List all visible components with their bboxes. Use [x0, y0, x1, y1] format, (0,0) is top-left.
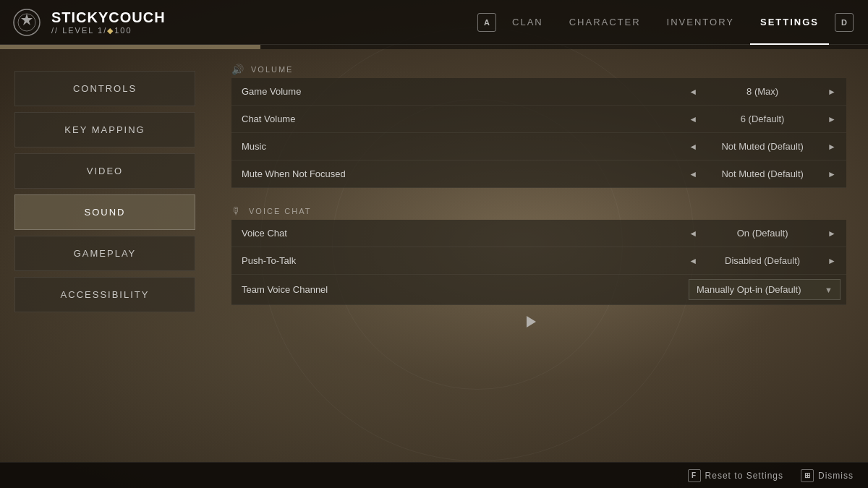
- game-volume-row: Game Volume ◄ 8 (Max) ►: [231, 78, 846, 106]
- team-voice-channel-row: Team Voice Channel Manually Opt-in (Defa…: [231, 275, 846, 305]
- chat-volume-control: ◄ 6 (Default) ►: [606, 111, 841, 127]
- sidebar-item-sound[interactable]: SOUND: [14, 194, 195, 230]
- mute-focused-left-arrow[interactable]: ◄: [684, 166, 702, 182]
- voice-chat-label: Voice Chat: [231, 220, 600, 247]
- chat-volume-value-cell: ◄ 6 (Default) ►: [600, 106, 846, 133]
- push-to-talk-row: Push-To-Talk ◄ Disabled (Default) ►: [231, 247, 846, 275]
- push-to-talk-control: ◄ Disabled (Default) ►: [606, 253, 841, 269]
- mute-focused-value-cell: ◄ Not Muted (Default) ►: [600, 160, 846, 188]
- voice-chat-section-title: VOICE CHAT: [249, 207, 311, 215]
- volume-section-header: 🔊 VOLUME: [231, 64, 846, 75]
- voice-chat-value: On (Default): [705, 228, 820, 239]
- game-volume-label: Game Volume: [231, 78, 600, 106]
- header-nav: A CLAN CHARACTER INVENTORY SETTINGS D: [477, 0, 854, 45]
- voice-chat-icon: 🎙: [231, 205, 243, 217]
- dropdown-arrow-icon: ▼: [825, 286, 833, 294]
- volume-icon: 🔊: [231, 64, 245, 75]
- voice-chat-left-arrow[interactable]: ◄: [684, 226, 702, 241]
- content-area: 🔊 VOLUME Game Volume ◄ 8 (Max) ►: [210, 49, 868, 462]
- music-value: Not Muted (Default): [705, 141, 820, 152]
- nav-inventory[interactable]: INVENTORY: [657, 0, 744, 45]
- player-info: StickyCouch // LEVEL 1/◆100: [51, 9, 166, 35]
- sidebar-item-key-mapping[interactable]: KEY MAPPING: [14, 112, 195, 147]
- main-layout: CONTROLS KEY MAPPING VIDEO SOUND GAMEPLA…: [0, 49, 868, 462]
- chat-volume-label: Chat Volume: [231, 106, 600, 133]
- mute-focused-row: Mute When Not Focused ◄ Not Muted (Defau…: [231, 160, 846, 188]
- music-label: Music: [231, 133, 600, 160]
- player-level: // LEVEL 1/◆100: [51, 26, 166, 35]
- mute-focused-label: Mute When Not Focused: [231, 160, 600, 188]
- reset-label: Reset to Settings: [705, 471, 783, 481]
- nav-settings[interactable]: SETTINGS: [750, 0, 829, 45]
- nav-character[interactable]: CHARACTER: [559, 0, 651, 45]
- chat-volume-left-arrow[interactable]: ◄: [684, 111, 702, 127]
- voice-chat-right-arrow[interactable]: ►: [823, 226, 841, 241]
- sidebar-item-controls[interactable]: CONTROLS: [14, 71, 195, 106]
- chat-volume-right-arrow[interactable]: ►: [823, 111, 841, 127]
- reset-to-settings-action: F Reset to Settings: [688, 469, 783, 482]
- game-volume-value-cell: ◄ 8 (Max) ►: [600, 78, 846, 106]
- chat-volume-value: 6 (Default): [705, 114, 820, 124]
- push-to-talk-right-arrow[interactable]: ►: [823, 253, 841, 269]
- team-voice-channel-value-cell: Manually Opt-in (Default) ▼: [600, 275, 846, 305]
- mute-focused-control: ◄ Not Muted (Default) ►: [606, 166, 841, 182]
- push-to-talk-left-arrow[interactable]: ◄: [684, 253, 702, 269]
- music-left-arrow[interactable]: ◄: [684, 139, 702, 155]
- team-voice-channel-value: Manually Opt-in (Default): [697, 284, 801, 295]
- voice-chat-section-header: 🎙 VOICE CHAT: [231, 205, 846, 217]
- volume-section-title: VOLUME: [251, 65, 293, 74]
- push-to-talk-value: Disabled (Default): [705, 255, 820, 266]
- header-left: StickyCouch // LEVEL 1/◆100: [11, 7, 166, 38]
- game-volume-left-arrow[interactable]: ◄: [684, 84, 702, 100]
- game-volume-right-arrow[interactable]: ►: [823, 84, 841, 100]
- nav-left-button[interactable]: A: [477, 13, 496, 32]
- voice-chat-settings-table: Voice Chat ◄ On (Default) ► Push-To-Talk: [231, 220, 846, 305]
- music-control: ◄ Not Muted (Default) ►: [606, 139, 841, 155]
- mute-focused-right-arrow[interactable]: ►: [823, 166, 841, 182]
- dismiss-key: ⊞: [801, 469, 814, 482]
- voice-chat-section: 🎙 VOICE CHAT Voice Chat ◄ On (Default) ►: [231, 205, 846, 305]
- voice-chat-value-cell: ◄ On (Default) ►: [600, 220, 846, 247]
- volume-section: 🔊 VOLUME Game Volume ◄ 8 (Max) ►: [231, 64, 846, 188]
- voice-chat-control: ◄ On (Default) ►: [606, 226, 841, 241]
- header: StickyCouch // LEVEL 1/◆100 A CLAN CHARA…: [0, 0, 868, 45]
- sidebar-item-video[interactable]: VIDEO: [14, 153, 195, 189]
- dismiss-action: ⊞ Dismiss: [801, 469, 854, 482]
- sidebar-item-gameplay[interactable]: GAMEPLAY: [14, 236, 195, 271]
- volume-settings-table: Game Volume ◄ 8 (Max) ► Chat Volume: [231, 78, 846, 188]
- music-value-cell: ◄ Not Muted (Default) ►: [600, 133, 846, 160]
- chat-volume-row: Chat Volume ◄ 6 (Default) ►: [231, 106, 846, 133]
- mute-focused-value: Not Muted (Default): [705, 168, 820, 179]
- sidebar: CONTROLS KEY MAPPING VIDEO SOUND GAMEPLA…: [0, 49, 210, 462]
- sidebar-item-accessibility[interactable]: ACCESSIBILITY: [14, 277, 195, 312]
- push-to-talk-value-cell: ◄ Disabled (Default) ►: [600, 247, 846, 275]
- game-volume-control: ◄ 8 (Max) ►: [606, 84, 841, 100]
- logo-icon: [11, 7, 43, 38]
- music-right-arrow[interactable]: ►: [823, 139, 841, 155]
- player-name: StickyCouch: [51, 9, 166, 26]
- reset-key: F: [688, 469, 701, 482]
- team-voice-channel-dropdown[interactable]: Manually Opt-in (Default) ▼: [689, 279, 841, 300]
- nav-clan[interactable]: CLAN: [502, 0, 553, 45]
- game-volume-value: 8 (Max): [705, 86, 820, 97]
- nav-right-button[interactable]: D: [835, 13, 854, 32]
- music-row: Music ◄ Not Muted (Default) ►: [231, 133, 846, 160]
- push-to-talk-label: Push-To-Talk: [231, 247, 600, 275]
- dismiss-label: Dismiss: [818, 471, 854, 481]
- team-voice-channel-label: Team Voice Channel: [231, 275, 600, 305]
- team-voice-channel-control: Manually Opt-in (Default) ▼: [606, 279, 841, 300]
- footer: F Reset to Settings ⊞ Dismiss: [0, 462, 868, 488]
- voice-chat-row: Voice Chat ◄ On (Default) ►: [231, 220, 846, 247]
